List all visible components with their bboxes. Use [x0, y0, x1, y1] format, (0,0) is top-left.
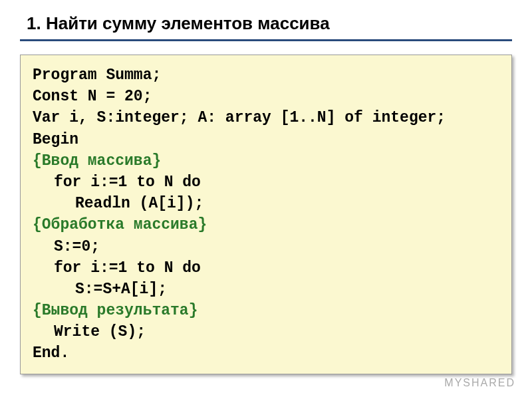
title-underline: [20, 39, 512, 41]
code-line: Readln (A[i]);: [33, 193, 499, 214]
code-block: Program Summa; Const N = 20; Var i, S:in…: [20, 55, 512, 374]
code-line: End.: [33, 342, 499, 364]
code-line: S:=0;: [33, 236, 499, 257]
slide-title-container: 1. Найти сумму элементов массива: [20, 13, 512, 41]
code-line: Begin: [33, 129, 499, 150]
code-line: for i:=1 to N do: [33, 257, 499, 279]
slide-title: 1. Найти сумму элементов массива: [20, 13, 512, 39]
code-line: Const N = 20;: [33, 86, 499, 107]
code-comment: {Обработка массива}: [33, 214, 499, 235]
code-line: S:=S+A[i];: [33, 279, 499, 300]
code-line: for i:=1 to N do: [33, 172, 499, 193]
code-line: Program Summa;: [33, 65, 499, 86]
code-line: Write (S);: [33, 321, 499, 342]
code-comment: {Вывод результата}: [33, 300, 499, 321]
code-comment: {Ввод массива}: [33, 150, 499, 172]
watermark: MYSHARED: [444, 377, 515, 389]
code-line: Var i, S:integer; A: array [1..N] of int…: [33, 107, 499, 128]
